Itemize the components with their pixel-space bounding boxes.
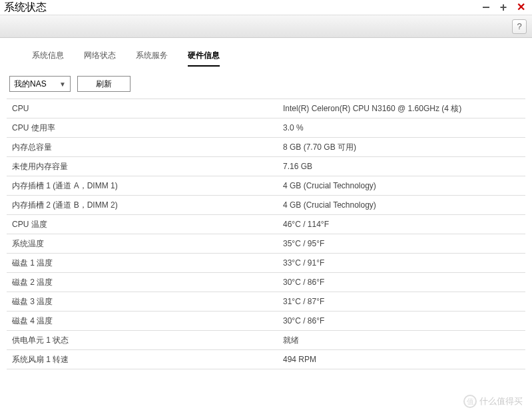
table-row: CPU 温度46°C / 114°F bbox=[7, 215, 525, 234]
tab-system-service[interactable]: 系统服务 bbox=[136, 50, 168, 67]
row-label: 磁盘 3 温度 bbox=[7, 296, 283, 308]
close-button[interactable]: ✕ bbox=[515, 1, 527, 13]
row-value: 3.0 % bbox=[283, 123, 525, 132]
tabs: 系统信息 网络状态 系统服务 硬件信息 bbox=[7, 50, 525, 67]
row-value: 30°C / 86°F bbox=[283, 278, 525, 287]
table-row: 内存插槽 2 (通道 B，DIMM 2)4 GB (Crucial Techno… bbox=[7, 196, 525, 215]
row-label: 系统温度 bbox=[7, 238, 283, 250]
table-row: 供电单元 1 状态就绪 bbox=[7, 331, 525, 350]
row-value: Intel(R) Celeron(R) CPU N3160 @ 1.60GHz … bbox=[283, 103, 525, 114]
row-value: 31°C / 87°F bbox=[283, 297, 525, 306]
tab-system-info[interactable]: 系统信息 bbox=[32, 50, 64, 67]
table-row: 磁盘 4 温度30°C / 86°F bbox=[7, 312, 525, 331]
row-label: 内存插槽 2 (通道 B，DIMM 2) bbox=[7, 200, 283, 211]
row-value: 494 RPM bbox=[283, 355, 525, 364]
row-label: 未使用内存容量 bbox=[7, 161, 283, 172]
row-value: 35°C / 95°F bbox=[283, 239, 525, 248]
row-label: 磁盘 2 温度 bbox=[7, 277, 283, 288]
watermark-text: 什么值得买 bbox=[479, 395, 523, 407]
row-value: 33°C / 91°F bbox=[283, 258, 525, 268]
table-row: 未使用内存容量7.16 GB bbox=[7, 157, 525, 176]
row-label: 磁盘 4 温度 bbox=[7, 315, 283, 327]
toolbar: ? bbox=[0, 15, 532, 38]
row-value: 8 GB (7.70 GB 可用) bbox=[283, 142, 525, 153]
table-row: 内存插槽 1 (通道 A，DIMM 1)4 GB (Crucial Techno… bbox=[7, 176, 525, 196]
help-button[interactable]: ? bbox=[512, 19, 527, 34]
titlebar: 系统状态 + ✕ bbox=[0, 0, 532, 15]
row-value: 46°C / 114°F bbox=[283, 220, 525, 229]
row-label: 内存插槽 1 (通道 A，DIMM 1) bbox=[7, 180, 283, 192]
row-label: CPU 温度 bbox=[7, 219, 283, 230]
hardware-table: CPUIntel(R) Celeron(R) CPU N3160 @ 1.60G… bbox=[7, 99, 525, 369]
watermark: 值 什么值得买 bbox=[463, 395, 523, 408]
tab-network-status[interactable]: 网络状态 bbox=[84, 50, 116, 67]
chevron-down-icon: ▼ bbox=[59, 81, 66, 88]
table-row: CPU 使用率3.0 % bbox=[7, 118, 525, 138]
table-row: 磁盘 3 温度31°C / 87°F bbox=[7, 292, 525, 312]
row-label: 供电单元 1 状态 bbox=[7, 335, 283, 346]
watermark-logo: 值 bbox=[463, 395, 477, 408]
table-row: 系统温度35°C / 95°F bbox=[7, 234, 525, 254]
tab-hardware-info[interactable]: 硬件信息 bbox=[188, 50, 220, 67]
row-label: CPU bbox=[7, 104, 283, 113]
row-label: 系统风扇 1 转速 bbox=[7, 354, 283, 365]
table-row: 系统风扇 1 转速494 RPM bbox=[7, 350, 525, 369]
table-row: 磁盘 1 温度33°C / 91°F bbox=[7, 254, 525, 273]
controls-row: 我的NAS ▼ 刷新 bbox=[7, 76, 525, 92]
row-label: 磁盘 1 温度 bbox=[7, 258, 283, 269]
window-title: 系统状态 bbox=[4, 1, 47, 15]
minimize-button[interactable] bbox=[480, 1, 492, 13]
row-label: CPU 使用率 bbox=[7, 122, 283, 134]
row-value: 就绪 bbox=[283, 335, 525, 346]
nas-select-value: 我的NAS bbox=[14, 79, 47, 90]
row-label: 内存总容量 bbox=[7, 142, 283, 153]
window-controls: + ✕ bbox=[480, 1, 527, 13]
table-row: CPUIntel(R) Celeron(R) CPU N3160 @ 1.60G… bbox=[7, 99, 525, 118]
row-value: 4 GB (Crucial Technology) bbox=[283, 200, 525, 210]
maximize-button[interactable]: + bbox=[497, 1, 509, 13]
refresh-button[interactable]: 刷新 bbox=[77, 76, 131, 92]
row-value: 4 GB (Crucial Technology) bbox=[283, 181, 525, 190]
table-row: 内存总容量8 GB (7.70 GB 可用) bbox=[7, 138, 525, 157]
row-value: 7.16 GB bbox=[283, 162, 525, 171]
table-row: 磁盘 2 温度30°C / 86°F bbox=[7, 273, 525, 292]
nas-select[interactable]: 我的NAS ▼ bbox=[9, 76, 71, 92]
row-value: 30°C / 86°F bbox=[283, 316, 525, 325]
